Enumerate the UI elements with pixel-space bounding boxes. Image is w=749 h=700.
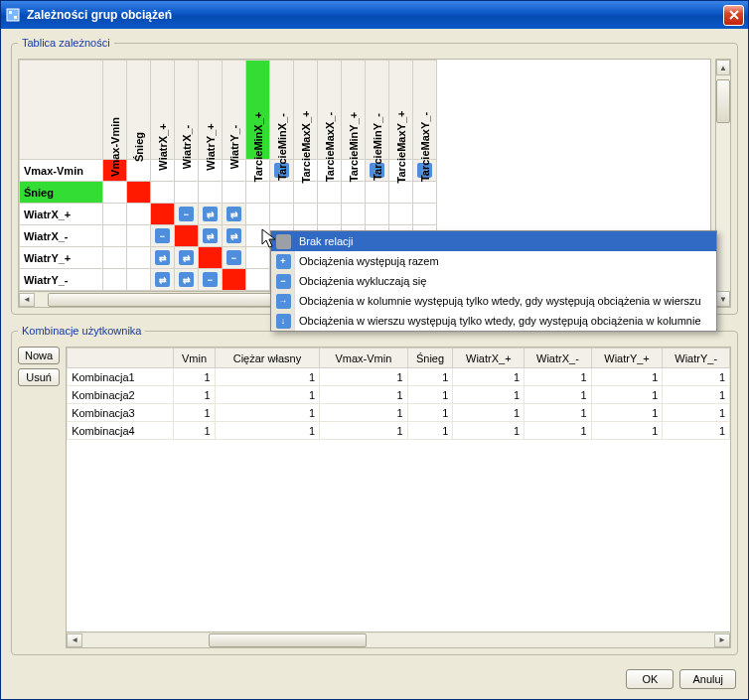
- matrix-cell[interactable]: [175, 182, 199, 204]
- table-row[interactable]: Kombinacja111111111: [68, 368, 730, 386]
- scroll-thumb[interactable]: [716, 79, 730, 122]
- context-menu-item[interactable]: Brak relacji: [271, 231, 716, 251]
- matrix-cell[interactable]: ⇄: [175, 269, 199, 291]
- new-combo-button[interactable]: Nowa: [18, 347, 60, 364]
- combo-table[interactable]: VminCiężar własnyVmax-VminŚniegWiatrX_+W…: [66, 347, 731, 648]
- matrix-cell[interactable]: [342, 182, 366, 204]
- combo-value-cell[interactable]: 1: [663, 404, 730, 422]
- combo-value-cell[interactable]: 1: [215, 386, 319, 404]
- matrix-cell[interactable]: ⇄: [199, 225, 223, 247]
- matrix-col-header[interactable]: WiatrX_-: [175, 61, 199, 160]
- matrix-cell[interactable]: [103, 204, 127, 225]
- matrix-cell[interactable]: [223, 269, 246, 291]
- combo-value-cell[interactable]: 1: [174, 386, 215, 404]
- matrix-cell[interactable]: [127, 204, 151, 225]
- combo-value-cell[interactable]: 1: [453, 404, 524, 422]
- context-menu-item[interactable]: +Obciążenia występują razem: [271, 251, 716, 271]
- combo-name-cell[interactable]: Kombinacja4: [68, 422, 174, 440]
- matrix-col-header[interactable]: TarcieMaxY_+: [389, 61, 413, 160]
- matrix-cell[interactable]: [199, 182, 223, 204]
- matrix-row-header[interactable]: Vmax-Vmin: [20, 160, 103, 182]
- matrix-col-header[interactable]: Śnieg: [127, 61, 151, 160]
- matrix-cell[interactable]: [389, 204, 413, 225]
- combo-name-cell[interactable]: Kombinacja1: [68, 368, 174, 386]
- context-menu-item[interactable]: ↓Obciążenia w wierszu występują tylko wt…: [271, 311, 716, 331]
- matrix-row-header[interactable]: WiatrY_-: [20, 269, 103, 291]
- cancel-button[interactable]: Anuluj: [679, 669, 736, 689]
- combo-value-cell[interactable]: 1: [320, 386, 407, 404]
- combo-value-cell[interactable]: 1: [591, 386, 663, 404]
- combo-value-cell[interactable]: 1: [524, 422, 592, 440]
- matrix-cell[interactable]: [318, 182, 342, 204]
- matrix-col-header[interactable]: Vmax-Vmin: [103, 61, 127, 160]
- matrix-cell[interactable]: −: [151, 225, 175, 247]
- scroll-left-icon[interactable]: ◄: [19, 293, 35, 307]
- matrix-cell[interactable]: ⇄: [223, 204, 246, 225]
- matrix-cell[interactable]: ⇄: [175, 247, 199, 269]
- matrix-cell[interactable]: [246, 269, 270, 291]
- combo-col-header[interactable]: WiatrX_-: [524, 349, 592, 368]
- combo-value-cell[interactable]: 1: [591, 368, 663, 386]
- combo-value-cell[interactable]: 1: [524, 404, 592, 422]
- matrix-cell[interactable]: ⇄: [151, 269, 175, 291]
- combo-col-header[interactable]: Ciężar własny: [215, 349, 319, 368]
- matrix-col-header[interactable]: TarcieMaxY_-: [413, 61, 437, 160]
- combo-value-cell[interactable]: 1: [174, 368, 215, 386]
- combo-value-cell[interactable]: 1: [453, 422, 524, 440]
- matrix-col-header[interactable]: TarcieMaxX_+: [294, 61, 318, 160]
- scroll-track[interactable]: [716, 75, 730, 291]
- matrix-col-header[interactable]: WiatrX_+: [151, 61, 175, 160]
- combo-hscrollbar[interactable]: ◄ ►: [67, 631, 730, 647]
- matrix-cell[interactable]: ⇄: [199, 204, 223, 225]
- scroll-thumb[interactable]: [209, 633, 367, 647]
- matrix-cell[interactable]: [389, 182, 413, 204]
- table-row[interactable]: Kombinacja411111111: [68, 422, 730, 440]
- combo-col-header[interactable]: Vmax-Vmin: [320, 349, 407, 368]
- delete-combo-button[interactable]: Usuń: [18, 368, 60, 386]
- table-row[interactable]: Kombinacja311111111: [68, 404, 730, 422]
- combo-value-cell[interactable]: 1: [320, 404, 407, 422]
- matrix-row-header[interactable]: WiatrY_+: [20, 247, 103, 269]
- matrix-cell[interactable]: [246, 247, 270, 269]
- scroll-up-icon[interactable]: ▲: [716, 60, 730, 75]
- matrix-col-header[interactable]: TarcieMinX_+: [246, 61, 270, 160]
- matrix-cell[interactable]: [246, 182, 270, 204]
- matrix-cell[interactable]: [270, 204, 294, 225]
- matrix-cell[interactable]: −: [175, 204, 199, 225]
- combo-col-header[interactable]: Śnieg: [407, 349, 453, 368]
- matrix-cell[interactable]: [151, 182, 175, 204]
- matrix-col-header[interactable]: TarcieMaxX_-: [318, 61, 342, 160]
- context-menu-item[interactable]: −Obciążenia wykluczają się: [271, 271, 716, 291]
- combo-value-cell[interactable]: 1: [174, 422, 215, 440]
- combo-value-cell[interactable]: 1: [407, 422, 453, 440]
- scroll-track[interactable]: [82, 633, 714, 647]
- ok-button[interactable]: OK: [626, 669, 674, 689]
- matrix-cell[interactable]: [175, 225, 199, 247]
- context-menu-item[interactable]: →Obciążenia w kolumnie występują tylko w…: [271, 291, 716, 311]
- combo-name-cell[interactable]: Kombinacja3: [68, 404, 174, 422]
- matrix-cell[interactable]: [103, 269, 127, 291]
- combo-value-cell[interactable]: 1: [591, 404, 663, 422]
- combo-value-cell[interactable]: 1: [524, 368, 592, 386]
- matrix-cell[interactable]: ⇄: [151, 247, 175, 269]
- matrix-cell[interactable]: [318, 204, 342, 225]
- matrix-row-header[interactable]: WiatrX_+: [20, 204, 103, 225]
- matrix-col-header[interactable]: TarcieMinX_-: [270, 61, 294, 160]
- matrix-cell[interactable]: [366, 182, 389, 204]
- matrix-cell[interactable]: [413, 182, 437, 204]
- matrix-cell[interactable]: [294, 204, 318, 225]
- matrix-cell[interactable]: [127, 225, 151, 247]
- combo-value-cell[interactable]: 1: [215, 368, 319, 386]
- matrix-cell[interactable]: −: [223, 247, 246, 269]
- matrix-cell[interactable]: [127, 182, 151, 204]
- matrix-cell[interactable]: [342, 204, 366, 225]
- scroll-left-icon[interactable]: ◄: [67, 633, 82, 647]
- matrix-col-header[interactable]: TarcieMinY_-: [366, 61, 389, 160]
- matrix-cell[interactable]: −: [199, 269, 223, 291]
- matrix-cell[interactable]: [127, 160, 151, 182]
- combo-col-header[interactable]: WiatrY_+: [591, 349, 663, 368]
- combo-value-cell[interactable]: 1: [174, 404, 215, 422]
- combo-value-cell[interactable]: 1: [663, 386, 730, 404]
- relation-context-menu[interactable]: Brak relacji+Obciążenia występują razem−…: [270, 230, 717, 332]
- combo-value-cell[interactable]: 1: [524, 386, 592, 404]
